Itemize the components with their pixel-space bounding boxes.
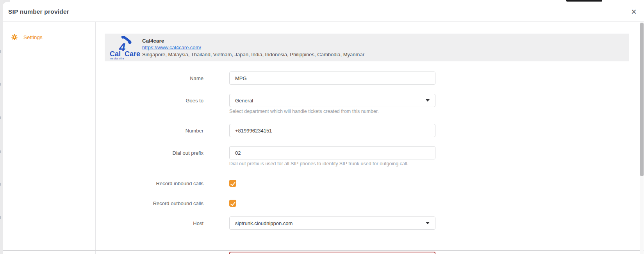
sip-number-provider-modal: SIP number provider × (3, 2, 644, 254)
name-field[interactable] (229, 72, 435, 85)
caret-down-icon (426, 99, 430, 102)
goes-to-select[interactable]: General (229, 94, 435, 107)
clipped-error-field[interactable] (229, 252, 435, 254)
top-dark-bar (566, 0, 602, 2)
sidebar-item-settings[interactable]: Settings (3, 30, 95, 44)
provider-banner: 4 Cal Care ne plus ultra Cal4care https:… (105, 34, 629, 61)
svg-text:Care: Care (125, 50, 140, 58)
record-outbound-calls-checkbox[interactable] (229, 200, 236, 207)
name-label: Name (102, 75, 203, 81)
record-outbound-calls-label: Record outbound calls (102, 200, 203, 206)
svg-text:ne plus ultra: ne plus ultra (110, 57, 124, 59)
gear-icon (11, 34, 18, 40)
backdrop-left-strip (0, 0, 3, 254)
caret-down-icon (426, 222, 430, 224)
scrollbar-thumb[interactable] (640, 23, 644, 176)
provider-countries: Singapore, Malaysia, Thailand, Vietnam, … (142, 52, 364, 57)
goes-to-label: Goes to (102, 98, 203, 104)
dial-out-prefix-field[interactable] (229, 146, 435, 159)
provider-url-link[interactable]: https://www.cal4care.com/ (142, 45, 201, 50)
sidebar-item-label: Settings (23, 34, 43, 40)
host-selected-value: siptrunk.cloudnippon.com (235, 220, 293, 226)
sidebar: Settings (3, 22, 96, 254)
record-inbound-calls-checkbox[interactable] (229, 180, 236, 187)
goes-to-selected-value: General (235, 98, 253, 104)
record-inbound-calls-label: Record inbound calls (102, 181, 203, 186)
goes-to-helper-text: Select department which will handle tick… (229, 109, 379, 114)
provider-info: Cal4care https://www.cal4care.com/ Singa… (142, 38, 364, 57)
host-select[interactable]: siptrunk.cloudnippon.com (229, 216, 435, 230)
provider-name: Cal4care (142, 38, 364, 44)
page: SIP number provider × (0, 0, 644, 254)
page-title: SIP number provider (3, 8, 69, 15)
dial-out-prefix-helper-text: Dial out prefix is used for all SIP phon… (229, 161, 409, 166)
number-label: Number (102, 128, 203, 134)
cal4care-logo: 4 Cal Care ne plus ultra (108, 36, 141, 59)
bottom-band (3, 250, 644, 251)
modal-header: SIP number provider × (3, 2, 644, 22)
close-icon[interactable]: × (628, 5, 640, 18)
dial-out-prefix-label: Dial out prefix (102, 150, 203, 156)
vertical-scrollbar (640, 22, 644, 254)
number-field[interactable] (229, 124, 435, 137)
host-label: Host (102, 220, 203, 226)
